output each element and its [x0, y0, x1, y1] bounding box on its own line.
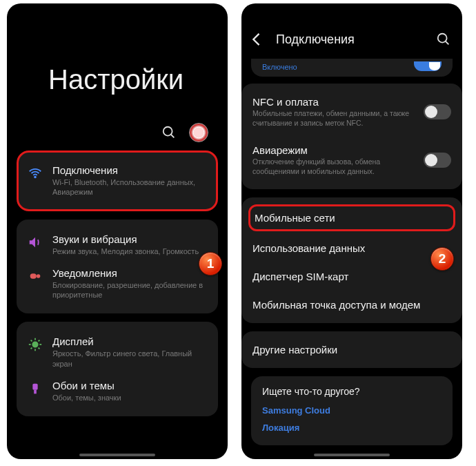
svg-line-13 — [39, 340, 40, 342]
row-subtitle: Мобильные платежи, обмен данными, а такж… — [252, 109, 415, 128]
status-bar — [7, 3, 228, 23]
item-subtitle: Обои, темы, значки — [52, 393, 207, 402]
svg-point-5 — [32, 342, 37, 347]
notification-icon — [28, 269, 43, 284]
svg-point-16 — [438, 34, 447, 43]
item-title: Дисплей — [52, 336, 207, 347]
row-nfc[interactable]: NFC и оплата Мобильные платежи, обмен да… — [252, 88, 451, 136]
toggle-switch[interactable] — [424, 153, 451, 168]
theme-icon — [28, 381, 43, 396]
svg-rect-15 — [34, 390, 37, 394]
row-data-usage[interactable]: Использование данных — [252, 234, 451, 262]
settings-item-display[interactable]: Дисплей Яркость, Фильтр синего света, Гл… — [26, 330, 208, 374]
row-title: Диспетчер SIM-карт — [252, 271, 348, 282]
row-title: Другие настройки — [252, 344, 337, 356]
svg-line-10 — [31, 340, 32, 342]
looking-for-title: Ищете что-то другое? — [262, 386, 442, 397]
row-hotspot[interactable]: Мобильная точка доступа и модем — [252, 291, 451, 319]
settings-group-3: Дисплей Яркость, Фильтр синего света, Гл… — [17, 322, 218, 416]
link-samsung-cloud[interactable]: Samsung Cloud — [262, 405, 442, 416]
item-subtitle: Wi-Fi, Bluetooth, Использование данных, … — [52, 177, 207, 197]
svg-line-17 — [446, 41, 449, 45]
status-on-label: Включено — [262, 63, 297, 71]
step-badge-2: 2 — [430, 247, 454, 271]
row-title: Авиарежим — [252, 144, 415, 156]
step-badge-1: 1 — [199, 252, 222, 275]
looking-for-card: Ищете что-то другое? Samsung Cloud Локац… — [251, 376, 453, 445]
settings-item-notifications[interactable]: Уведомления Блокирование, разрешение, до… — [26, 262, 208, 306]
svg-line-1 — [171, 135, 175, 138]
svg-line-12 — [31, 348, 32, 349]
svg-rect-3 — [30, 273, 37, 278]
nav-group: Мобильные сети Использование данных Дисп… — [241, 197, 462, 323]
item-title: Уведомления — [52, 267, 207, 279]
row-sim-manager[interactable]: Диспетчер SIM-карт — [252, 262, 451, 291]
back-button[interactable] — [247, 30, 266, 49]
settings-screen: Настройки Подключения Wi-Fi, Bluetooth, … — [7, 3, 228, 459]
account-avatar[interactable] — [189, 123, 208, 142]
item-title: Подключения — [52, 164, 207, 176]
svg-point-0 — [163, 127, 172, 136]
svg-rect-14 — [32, 384, 37, 390]
page-title: Настройки — [48, 64, 228, 95]
previous-item-peek[interactable]: Включено — [251, 59, 453, 77]
item-subtitle: Режим звука, Мелодия звонка, Громкость — [52, 246, 207, 256]
settings-item-themes[interactable]: Обои и темы Обои, темы, значки — [26, 374, 208, 408]
item-title: Звуки и вибрация — [52, 233, 207, 245]
settings-item-sounds[interactable]: Звуки и вибрация Режим звука, Мелодия зв… — [26, 228, 208, 262]
row-title: Мобильные сети — [255, 212, 335, 224]
display-icon — [28, 337, 43, 352]
row-subtitle: Отключение функций вызова, обмена сообще… — [252, 157, 415, 176]
row-airplane[interactable]: Авиарежим Отключение функций вызова, обм… — [252, 136, 451, 184]
toggle-group: NFC и оплата Мобильные платежи, обмен да… — [241, 84, 462, 189]
header-title: Подключения — [276, 32, 426, 47]
settings-item-connections[interactable]: Подключения Wi-Fi, Bluetooth, Использова… — [17, 151, 218, 211]
toggle-on-icon — [414, 61, 442, 71]
connections-screen: Подключения Включено NFC и оплата Мобиль… — [241, 3, 462, 459]
item-title: Обои и темы — [52, 380, 207, 391]
item-subtitle: Блокирование, разрешение, добавление в п… — [52, 280, 207, 300]
nav-indicator — [314, 454, 390, 456]
row-title: NFC и оплата — [252, 96, 415, 108]
nav-indicator — [79, 454, 155, 456]
wifi-icon — [28, 166, 43, 181]
row-mobile-networks[interactable]: Мобильные сети — [248, 204, 455, 231]
row-other-settings[interactable]: Другие настройки — [252, 336, 451, 364]
svg-point-4 — [37, 274, 41, 278]
link-location[interactable]: Локация — [262, 423, 442, 433]
status-bar — [241, 3, 462, 23]
sound-icon — [28, 235, 43, 250]
row-title: Мобильная точка доступа и модем — [252, 299, 420, 311]
item-subtitle: Яркость, Фильтр синего света, Главный эк… — [52, 349, 207, 369]
svg-line-11 — [39, 348, 40, 349]
settings-group-2: Звуки и вибрация Режим звука, Мелодия зв… — [17, 220, 218, 314]
svg-point-2 — [34, 177, 36, 178]
other-settings-group: Другие настройки — [241, 331, 462, 368]
row-title: Использование данных — [252, 242, 365, 254]
search-icon[interactable] — [436, 32, 451, 47]
toggle-switch[interactable] — [424, 104, 451, 119]
search-icon[interactable] — [161, 125, 177, 140]
